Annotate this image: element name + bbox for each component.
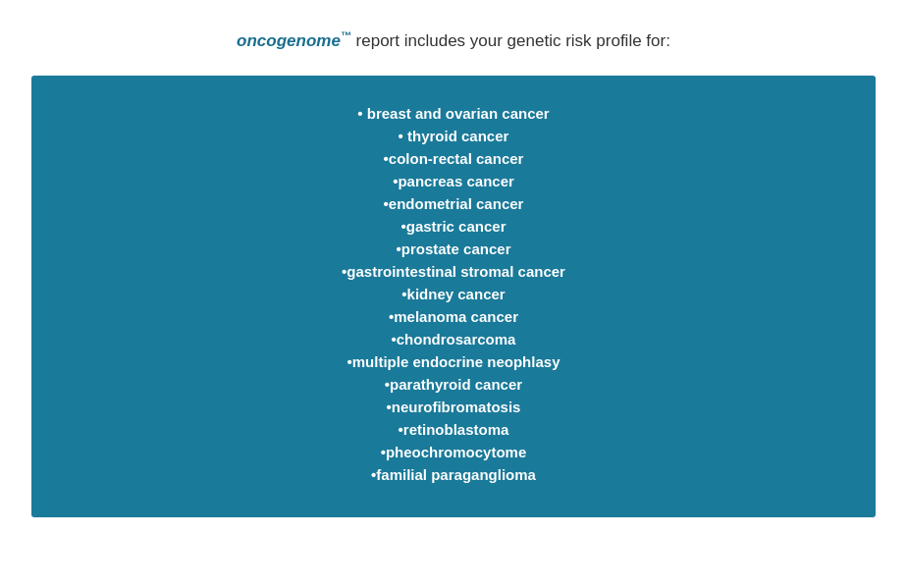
cancer-item: •kidney cancer	[401, 286, 505, 302]
cancer-list-box: • breast and ovarian cancer• thyroid can…	[31, 76, 876, 517]
cancer-item: •gastrointestinal stromal cancer	[342, 263, 565, 280]
header-description: oncogenome™ report includes your genetic…	[237, 20, 670, 51]
cancer-item: •gastric cancer	[401, 218, 507, 235]
cancer-item: •prostate cancer	[397, 241, 511, 257]
trademark: ™	[341, 29, 351, 41]
header-rest: report includes your genetic risk profil…	[351, 31, 670, 50]
cancer-item: •pheochromocytome	[381, 444, 527, 460]
cancer-item: • thyroid cancer	[399, 128, 509, 144]
cancer-item: •parathyroid cancer	[385, 376, 522, 393]
cancer-item: •pancreas cancer	[393, 173, 514, 189]
cancer-item: •familial paraganglioma	[371, 466, 536, 483]
brand-name: oncogenome™	[237, 31, 351, 50]
cancer-item: •multiple endocrine neophlasy	[347, 353, 560, 370]
cancer-item: • breast and ovarian cancer	[357, 105, 549, 122]
cancer-item: •colon-rectal cancer	[384, 150, 524, 167]
cancer-item: •neurofibromatosis	[387, 399, 521, 415]
cancer-item: •melanoma cancer	[389, 308, 518, 325]
cancer-list: • breast and ovarian cancer• thyroid can…	[51, 105, 856, 483]
cancer-item: •endometrial cancer	[384, 195, 524, 212]
cancer-item: •retinoblastoma	[399, 421, 509, 438]
cancer-item: •chondrosarcoma	[392, 331, 516, 347]
